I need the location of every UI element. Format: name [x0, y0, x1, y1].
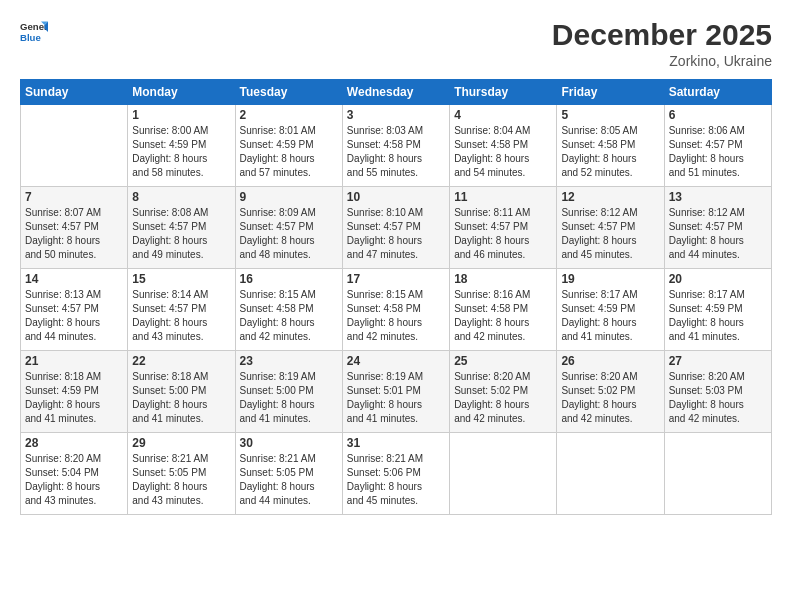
day-cell: 14Sunrise: 8:13 AMSunset: 4:57 PMDayligh… [21, 269, 128, 351]
day-number: 27 [669, 354, 767, 368]
day-cell: 12Sunrise: 8:12 AMSunset: 4:57 PMDayligh… [557, 187, 664, 269]
day-number: 19 [561, 272, 659, 286]
day-info: Sunrise: 8:01 AMSunset: 4:59 PMDaylight:… [240, 124, 338, 180]
day-cell: 31Sunrise: 8:21 AMSunset: 5:06 PMDayligh… [342, 433, 449, 515]
day-number: 23 [240, 354, 338, 368]
day-info: Sunrise: 8:03 AMSunset: 4:58 PMDaylight:… [347, 124, 445, 180]
col-header-monday: Monday [128, 80, 235, 105]
day-number: 31 [347, 436, 445, 450]
day-info: Sunrise: 8:20 AMSunset: 5:04 PMDaylight:… [25, 452, 123, 508]
day-cell [557, 433, 664, 515]
header-row: SundayMondayTuesdayWednesdayThursdayFrid… [21, 80, 772, 105]
day-cell: 4Sunrise: 8:04 AMSunset: 4:58 PMDaylight… [450, 105, 557, 187]
day-number: 1 [132, 108, 230, 122]
col-header-saturday: Saturday [664, 80, 771, 105]
svg-text:Blue: Blue [20, 32, 41, 43]
day-cell [664, 433, 771, 515]
day-info: Sunrise: 8:15 AMSunset: 4:58 PMDaylight:… [347, 288, 445, 344]
day-cell: 20Sunrise: 8:17 AMSunset: 4:59 PMDayligh… [664, 269, 771, 351]
day-number: 26 [561, 354, 659, 368]
header: General Blue December 2025 Zorkino, Ukra… [20, 18, 772, 69]
day-cell: 11Sunrise: 8:11 AMSunset: 4:57 PMDayligh… [450, 187, 557, 269]
day-cell [21, 105, 128, 187]
day-number: 9 [240, 190, 338, 204]
day-cell [450, 433, 557, 515]
day-number: 3 [347, 108, 445, 122]
day-cell: 30Sunrise: 8:21 AMSunset: 5:05 PMDayligh… [235, 433, 342, 515]
day-cell: 16Sunrise: 8:15 AMSunset: 4:58 PMDayligh… [235, 269, 342, 351]
location: Zorkino, Ukraine [552, 53, 772, 69]
day-info: Sunrise: 8:19 AMSunset: 5:01 PMDaylight:… [347, 370, 445, 426]
day-number: 15 [132, 272, 230, 286]
day-info: Sunrise: 8:08 AMSunset: 4:57 PMDaylight:… [132, 206, 230, 262]
day-info: Sunrise: 8:20 AMSunset: 5:02 PMDaylight:… [561, 370, 659, 426]
logo: General Blue [20, 18, 48, 46]
day-number: 10 [347, 190, 445, 204]
day-cell: 8Sunrise: 8:08 AMSunset: 4:57 PMDaylight… [128, 187, 235, 269]
day-cell: 6Sunrise: 8:06 AMSunset: 4:57 PMDaylight… [664, 105, 771, 187]
day-cell: 10Sunrise: 8:10 AMSunset: 4:57 PMDayligh… [342, 187, 449, 269]
col-header-sunday: Sunday [21, 80, 128, 105]
week-row-1: 1Sunrise: 8:00 AMSunset: 4:59 PMDaylight… [21, 105, 772, 187]
day-number: 5 [561, 108, 659, 122]
day-info: Sunrise: 8:18 AMSunset: 4:59 PMDaylight:… [25, 370, 123, 426]
day-info: Sunrise: 8:17 AMSunset: 4:59 PMDaylight:… [561, 288, 659, 344]
day-cell: 29Sunrise: 8:21 AMSunset: 5:05 PMDayligh… [128, 433, 235, 515]
day-cell: 15Sunrise: 8:14 AMSunset: 4:57 PMDayligh… [128, 269, 235, 351]
title-block: December 2025 Zorkino, Ukraine [552, 18, 772, 69]
day-info: Sunrise: 8:04 AMSunset: 4:58 PMDaylight:… [454, 124, 552, 180]
month-title: December 2025 [552, 18, 772, 51]
day-cell: 28Sunrise: 8:20 AMSunset: 5:04 PMDayligh… [21, 433, 128, 515]
calendar-page: General Blue December 2025 Zorkino, Ukra… [0, 0, 792, 612]
day-cell: 7Sunrise: 8:07 AMSunset: 4:57 PMDaylight… [21, 187, 128, 269]
col-header-friday: Friday [557, 80, 664, 105]
day-cell: 5Sunrise: 8:05 AMSunset: 4:58 PMDaylight… [557, 105, 664, 187]
day-cell: 1Sunrise: 8:00 AMSunset: 4:59 PMDaylight… [128, 105, 235, 187]
day-number: 16 [240, 272, 338, 286]
day-number: 29 [132, 436, 230, 450]
day-cell: 17Sunrise: 8:15 AMSunset: 4:58 PMDayligh… [342, 269, 449, 351]
day-cell: 26Sunrise: 8:20 AMSunset: 5:02 PMDayligh… [557, 351, 664, 433]
day-info: Sunrise: 8:20 AMSunset: 5:02 PMDaylight:… [454, 370, 552, 426]
day-number: 7 [25, 190, 123, 204]
day-number: 17 [347, 272, 445, 286]
calendar-table: SundayMondayTuesdayWednesdayThursdayFrid… [20, 79, 772, 515]
col-header-tuesday: Tuesday [235, 80, 342, 105]
day-info: Sunrise: 8:19 AMSunset: 5:00 PMDaylight:… [240, 370, 338, 426]
day-cell: 13Sunrise: 8:12 AMSunset: 4:57 PMDayligh… [664, 187, 771, 269]
day-info: Sunrise: 8:17 AMSunset: 4:59 PMDaylight:… [669, 288, 767, 344]
day-cell: 21Sunrise: 8:18 AMSunset: 4:59 PMDayligh… [21, 351, 128, 433]
col-header-wednesday: Wednesday [342, 80, 449, 105]
day-cell: 22Sunrise: 8:18 AMSunset: 5:00 PMDayligh… [128, 351, 235, 433]
day-info: Sunrise: 8:12 AMSunset: 4:57 PMDaylight:… [669, 206, 767, 262]
day-cell: 3Sunrise: 8:03 AMSunset: 4:58 PMDaylight… [342, 105, 449, 187]
day-cell: 23Sunrise: 8:19 AMSunset: 5:00 PMDayligh… [235, 351, 342, 433]
day-cell: 24Sunrise: 8:19 AMSunset: 5:01 PMDayligh… [342, 351, 449, 433]
day-cell: 27Sunrise: 8:20 AMSunset: 5:03 PMDayligh… [664, 351, 771, 433]
week-row-4: 21Sunrise: 8:18 AMSunset: 4:59 PMDayligh… [21, 351, 772, 433]
day-cell: 2Sunrise: 8:01 AMSunset: 4:59 PMDaylight… [235, 105, 342, 187]
day-info: Sunrise: 8:10 AMSunset: 4:57 PMDaylight:… [347, 206, 445, 262]
day-info: Sunrise: 8:21 AMSunset: 5:05 PMDaylight:… [240, 452, 338, 508]
day-number: 11 [454, 190, 552, 204]
day-number: 28 [25, 436, 123, 450]
logo-icon: General Blue [20, 18, 48, 46]
week-row-2: 7Sunrise: 8:07 AMSunset: 4:57 PMDaylight… [21, 187, 772, 269]
day-number: 18 [454, 272, 552, 286]
day-number: 20 [669, 272, 767, 286]
day-number: 30 [240, 436, 338, 450]
day-info: Sunrise: 8:05 AMSunset: 4:58 PMDaylight:… [561, 124, 659, 180]
day-number: 21 [25, 354, 123, 368]
day-number: 4 [454, 108, 552, 122]
day-info: Sunrise: 8:13 AMSunset: 4:57 PMDaylight:… [25, 288, 123, 344]
day-info: Sunrise: 8:07 AMSunset: 4:57 PMDaylight:… [25, 206, 123, 262]
day-info: Sunrise: 8:06 AMSunset: 4:57 PMDaylight:… [669, 124, 767, 180]
week-row-5: 28Sunrise: 8:20 AMSunset: 5:04 PMDayligh… [21, 433, 772, 515]
day-info: Sunrise: 8:21 AMSunset: 5:06 PMDaylight:… [347, 452, 445, 508]
day-cell: 19Sunrise: 8:17 AMSunset: 4:59 PMDayligh… [557, 269, 664, 351]
day-info: Sunrise: 8:20 AMSunset: 5:03 PMDaylight:… [669, 370, 767, 426]
day-number: 24 [347, 354, 445, 368]
day-number: 8 [132, 190, 230, 204]
day-info: Sunrise: 8:18 AMSunset: 5:00 PMDaylight:… [132, 370, 230, 426]
day-number: 14 [25, 272, 123, 286]
